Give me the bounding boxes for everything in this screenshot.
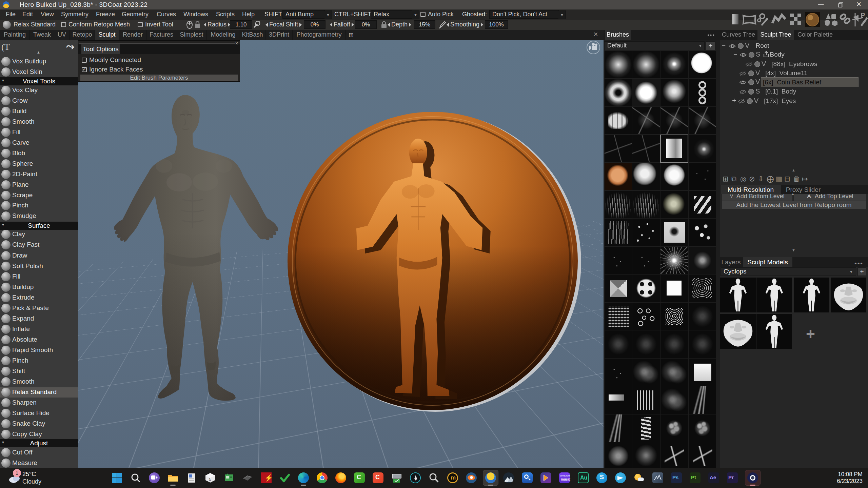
svg-text:λ: λ — [209, 477, 211, 482]
svg-text:P: P — [861, 12, 865, 19]
